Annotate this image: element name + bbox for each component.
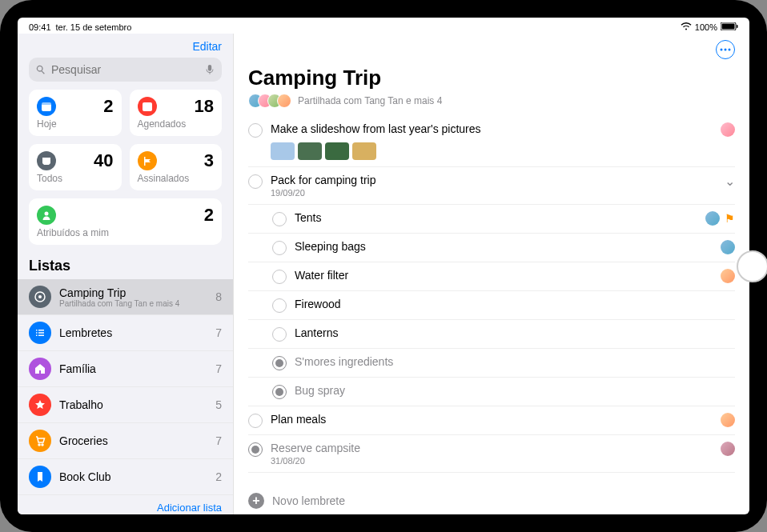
flagged-label: Assinalados [138,173,215,184]
more-button[interactable] [716,40,735,59]
sidebar-list-item[interactable]: Camping Trip Partilhada com Tang Tan e m… [18,279,233,315]
microphone-icon[interactable] [204,64,215,75]
search-icon [35,64,46,75]
assignee-avatar [721,240,735,254]
thumbnail-image[interactable] [298,142,322,160]
reminder-item[interactable]: Plan meals [248,406,735,435]
complete-radio[interactable] [272,356,287,370]
scheduled-count: 18 [195,96,214,117]
wifi-icon [681,22,692,32]
assignee-avatar [721,413,735,427]
tray-icon [37,151,56,170]
svg-point-10 [725,49,727,51]
reminder-item[interactable]: Sleeping bags [248,234,735,262]
star-icon [29,394,51,416]
chevron-down-icon[interactable]: ⌄ [725,174,735,189]
reminder-item[interactable]: Water filter [248,262,735,291]
assigned-count: 2 [204,205,214,226]
calendar-icon [138,97,157,116]
attachment-thumbnails[interactable] [248,142,735,160]
today-label: Hoje [37,118,114,130]
reminder-item[interactable]: Firewood [248,291,735,320]
plus-circle-icon: + [248,493,264,509]
battery-icon [721,22,738,32]
reminder-item[interactable]: Pack for camping trip 19/09/20 ⌄ [248,167,735,205]
sidebar-list-item[interactable]: Lembretes 7 [18,315,233,351]
home-icon [29,358,51,380]
svg-point-9 [721,49,723,51]
smart-list-all[interactable]: 40 Todos [29,144,122,190]
list-icon [29,322,51,344]
list-item-title: Trabalho [59,398,207,411]
thumbnail-image[interactable] [325,142,349,160]
complete-radio[interactable] [272,385,287,399]
assignee-avatar [721,269,735,283]
assignee-avatar [705,211,720,226]
reminder-item[interactable]: Tents ⚑ [248,205,735,234]
reminder-title: Tents [295,211,697,224]
thumbnail-image[interactable] [271,142,295,160]
flag-icon [138,151,157,170]
reminder-item[interactable]: Reserve campsite 31/08/20 [248,435,735,473]
complete-radio[interactable] [272,327,287,342]
search-input[interactable] [51,63,199,76]
list-item-title: Família [59,362,207,375]
smart-list-flagged[interactable]: 3 Assinalados [130,144,223,190]
battery-percent: 100% [695,22,717,32]
all-label: Todos [37,173,114,184]
person-icon [37,206,56,225]
reminder-title: Make a slideshow from last year's pictur… [271,122,713,135]
complete-radio[interactable] [248,414,263,428]
search-field[interactable] [29,58,222,82]
reminder-item[interactable]: Make a slideshow from last year's pictur… [248,116,735,167]
list-item-count: 7 [215,434,222,447]
sidebar-list-item[interactable]: Trabalho 5 [18,387,233,423]
add-list-button[interactable]: Adicionar lista [18,495,233,514]
complete-radio[interactable] [248,442,263,457]
smart-list-today[interactable]: 2 Hoje [29,90,122,136]
sidebar-list-item[interactable]: Book Club 2 [18,459,233,495]
ellipsis-icon [720,48,731,51]
shared-text: Partilhada com Tang Tan e mais 4 [298,95,442,106]
complete-radio[interactable] [272,270,287,284]
svg-point-11 [729,49,731,51]
complete-radio[interactable] [272,241,287,255]
svg-rect-5 [143,102,152,111]
reminder-date: 31/08/20 [271,456,713,466]
svg-rect-1 [722,24,735,30]
complete-radio[interactable] [248,123,263,138]
edit-button[interactable]: Editar [192,40,222,53]
calendar-today-icon [37,97,56,116]
smart-list-scheduled[interactable]: 18 Agendados [130,90,223,136]
complete-radio[interactable] [272,298,287,313]
sidebar-list-item[interactable]: Família 7 [18,351,233,387]
reminder-title: Reserve campsite [271,442,713,454]
list-item-subtitle: Partilhada com Tang Tan e mais 4 [59,299,207,308]
reminder-title: Bug spray [295,384,727,397]
bullseye-icon [29,286,51,308]
shared-info[interactable]: Partilhada com Tang Tan e mais 4 [234,92,749,116]
smart-list-assigned[interactable]: 2 Atribuídos a mim [29,198,222,245]
home-button[interactable] [737,250,767,282]
list-item-count: 2 [215,470,222,483]
reminder-title: Pack for camping trip [271,174,717,186]
reminder-title: Firewood [295,298,727,310]
lists-header: Listas [18,245,233,279]
assignee-avatar [721,122,735,137]
list-item-count: 7 [215,326,222,339]
complete-radio[interactable] [272,212,287,226]
list-title: Camping Trip [234,66,749,92]
list-item-count: 7 [215,362,222,375]
reminder-title: Lanterns [295,326,727,339]
reminder-item[interactable]: S'mores ingredients [248,349,735,378]
sidebar-list-item[interactable]: Groceries 7 [18,423,233,459]
reminder-title: Water filter [295,269,713,282]
list-item-title: Groceries [59,434,207,447]
reminder-item[interactable]: Bug spray [248,378,735,406]
list-item-count: 8 [215,290,222,303]
new-reminder-button[interactable]: + Novo lembrete [234,485,749,514]
thumbnail-image[interactable] [352,142,376,160]
complete-radio[interactable] [248,174,263,189]
reminder-item[interactable]: Lanterns [248,320,735,349]
reminder-title: Plan meals [271,413,713,426]
